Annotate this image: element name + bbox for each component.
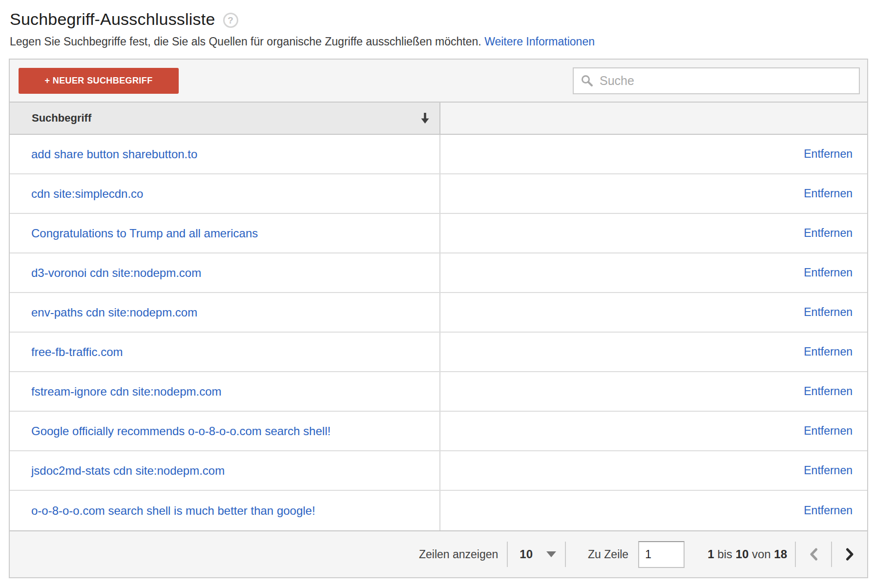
table-row: jsdoc2md-stats cdn site:nodepm.com Entfe… [10,451,867,491]
search-term-link[interactable]: d3-voronoi cdn site:nodepm.com [31,266,201,280]
remove-link[interactable]: Entfernen [804,227,853,240]
search-term-link[interactable]: Google officially recommends o-o-8-o-o.c… [31,424,331,438]
footer-separator [565,542,566,567]
search-term-link[interactable]: cdn site:simplecdn.co [31,187,143,201]
range-total: 18 [774,547,787,561]
search-term-link[interactable]: free-fb-traffic.com [31,345,123,359]
search-icon [581,74,593,87]
subtitle-text: Legen Sie Suchbegriffe fest, die Sie als… [10,35,481,48]
search-term-link[interactable]: env-paths cdn site:nodepm.com [31,306,197,319]
column-header-label: Suchbegriff [32,112,91,125]
remove-link[interactable]: Entfernen [804,385,853,398]
term-cell: cdn site:simplecdn.co [10,174,440,213]
action-cell: Entfernen [440,451,867,490]
search-term-link[interactable]: o-o-8-o-o.com search shell is much bette… [31,504,315,518]
term-cell: jsdoc2md-stats cdn site:nodepm.com [10,451,440,490]
goto-row-input[interactable] [638,541,685,568]
table-row: cdn site:simplecdn.co Entfernen [10,174,867,214]
chevron-right-icon [846,547,854,561]
rows-per-page-label: Zeilen anzeigen [419,548,498,561]
action-cell: Entfernen [440,491,867,530]
table-row: o-o-8-o-o.com search shell is much bette… [10,491,867,530]
search-term-link[interactable]: add share button sharebutton.to [31,147,197,161]
action-cell: Entfernen [440,253,867,292]
sort-descending-icon [420,112,430,125]
search-input[interactable] [600,74,852,88]
column-header-actions [440,103,867,134]
remove-link[interactable]: Entfernen [804,187,853,200]
table-row: add share button sharebutton.to Entferne… [10,135,867,174]
search-term-link[interactable]: fstream-ignore cdn site:nodepm.com [31,385,222,399]
help-icon[interactable]: ? [223,13,238,28]
action-cell: Entfernen [440,293,867,332]
search-term-link[interactable]: Congratulations to Trump and all america… [31,227,258,240]
action-cell: Entfernen [440,135,867,173]
table-row: Congratulations to Trump and all america… [10,214,867,253]
action-cell: Entfernen [440,174,867,213]
term-cell: Google officially recommends o-o-8-o-o.c… [10,412,440,450]
column-header-suchbegriff[interactable]: Suchbegriff [10,103,440,134]
table-footer: Zeilen anzeigen 10 Zu Zeile 1 bis 10 von… [10,530,867,577]
page-subtitle: Legen Sie Suchbegriffe fest, die Sie als… [10,35,874,48]
action-cell: Entfernen [440,214,867,252]
rows-per-page-select[interactable]: 10 [520,547,556,561]
action-cell: Entfernen [440,372,867,411]
search-box[interactable] [573,67,860,94]
range-from: 1 [708,547,714,561]
action-cell: Entfernen [440,333,867,371]
toolbar: + NEUER SUCHBEGRIFF [10,60,867,103]
table-row: env-paths cdn site:nodepm.com Entfernen [10,293,867,333]
range-bis: bis [717,547,732,561]
chevron-left-icon [810,547,818,561]
table-row: free-fb-traffic.com Entfernen [10,333,867,372]
table-row: fstream-ignore cdn site:nodepm.com Entfe… [10,372,867,412]
remove-link[interactable]: Entfernen [804,464,853,477]
remove-link[interactable]: Entfernen [804,345,853,358]
term-cell: add share button sharebutton.to [10,135,440,173]
more-info-link[interactable]: Weitere Informationen [484,35,595,48]
table-header-row: Suchbegriff [10,103,867,135]
exclusion-list-panel: + NEUER SUCHBEGRIFF Suchbegriff add [9,59,868,578]
dropdown-triangle-icon [546,551,556,557]
remove-link[interactable]: Entfernen [804,424,853,438]
table-body: add share button sharebutton.to Entferne… [10,135,867,530]
action-cell: Entfernen [440,412,867,450]
table-row: d3-voronoi cdn site:nodepm.com Entfernen [10,253,867,293]
remove-link[interactable]: Entfernen [804,266,853,279]
page-title: Suchbegriff-Ausschlussliste [10,10,215,29]
pagination-range: 1 bis 10 von 18 [708,547,787,561]
range-von: von [752,547,771,561]
term-cell: free-fb-traffic.com [10,333,440,371]
new-search-term-button[interactable]: + NEUER SUCHBEGRIFF [19,68,179,94]
page-header: Suchbegriff-Ausschlussliste ? Legen Sie … [0,0,874,48]
search-term-link[interactable]: jsdoc2md-stats cdn site:nodepm.com [31,464,225,478]
term-cell: fstream-ignore cdn site:nodepm.com [10,372,440,411]
remove-link[interactable]: Entfernen [804,147,853,161]
term-cell: Congratulations to Trump and all america… [10,214,440,252]
remove-link[interactable]: Entfernen [804,504,853,517]
range-to: 10 [736,547,749,561]
next-page-button[interactable] [832,531,867,578]
term-cell: env-paths cdn site:nodepm.com [10,293,440,332]
remove-link[interactable]: Entfernen [804,306,853,319]
prev-page-button[interactable] [796,531,831,578]
table-row: Google officially recommends o-o-8-o-o.c… [10,412,867,451]
goto-row-label: Zu Zeile [588,548,628,561]
term-cell: o-o-8-o-o.com search shell is much bette… [10,491,440,530]
rows-per-page-value: 10 [520,547,533,561]
term-cell: d3-voronoi cdn site:nodepm.com [10,253,440,292]
footer-separator [507,542,508,567]
